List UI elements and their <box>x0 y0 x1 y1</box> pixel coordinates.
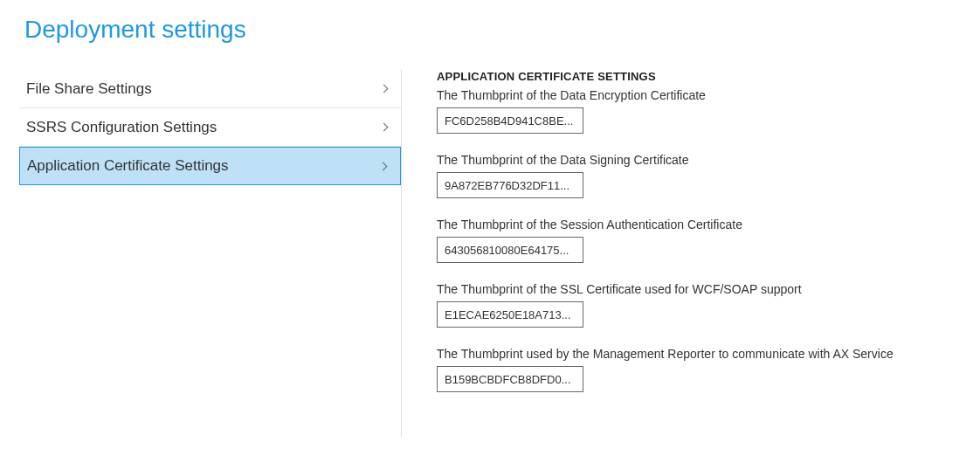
sidebar-item-label: SSRS Configuration Settings <box>26 119 217 136</box>
input-data-signing-thumbprint[interactable] <box>437 172 583 198</box>
input-management-reporter-thumbprint[interactable] <box>437 366 583 392</box>
sidebar-item-ssrs-configuration-settings[interactable]: SSRS Configuration Settings <box>19 108 401 147</box>
field-label-data-signing-thumbprint: The Thumbprint of the Data Signing Certi… <box>437 153 963 167</box>
sidebar-item-label: Application Certificate Settings <box>27 157 229 175</box>
sidebar-item-application-certificate-settings[interactable]: Application Certificate Settings <box>19 147 401 185</box>
detail-panel: APPLICATION CERTIFICATE SETTINGS The Thu… <box>402 70 980 437</box>
section-heading: APPLICATION CERTIFICATE SETTINGS <box>437 70 963 83</box>
sidebar-item-file-share-settings[interactable]: File Share Settings <box>19 70 401 108</box>
chevron-right-icon <box>379 162 388 170</box>
chevron-right-icon <box>380 85 389 93</box>
input-ssl-thumbprint[interactable] <box>437 301 583 328</box>
field-label-session-auth-thumbprint: The Thumbprint of the Session Authentica… <box>437 218 963 231</box>
input-session-auth-thumbprint[interactable] <box>437 237 583 263</box>
field-label-data-encryption-thumbprint: The Thumbprint of the Data Encryption Ce… <box>437 88 963 102</box>
field-label-ssl-thumbprint: The Thumbprint of the SSL Certificate us… <box>437 282 963 296</box>
chevron-right-icon <box>380 123 389 132</box>
settings-sidebar: File Share Settings SSRS Configuration S… <box>0 70 402 437</box>
field-label-management-reporter-thumbprint: The Thumbprint used by the Management Re… <box>437 347 963 361</box>
input-data-encryption-thumbprint[interactable] <box>437 107 583 134</box>
sidebar-item-label: File Share Settings <box>26 80 152 98</box>
page-title: Deployment settings <box>0 0 980 44</box>
